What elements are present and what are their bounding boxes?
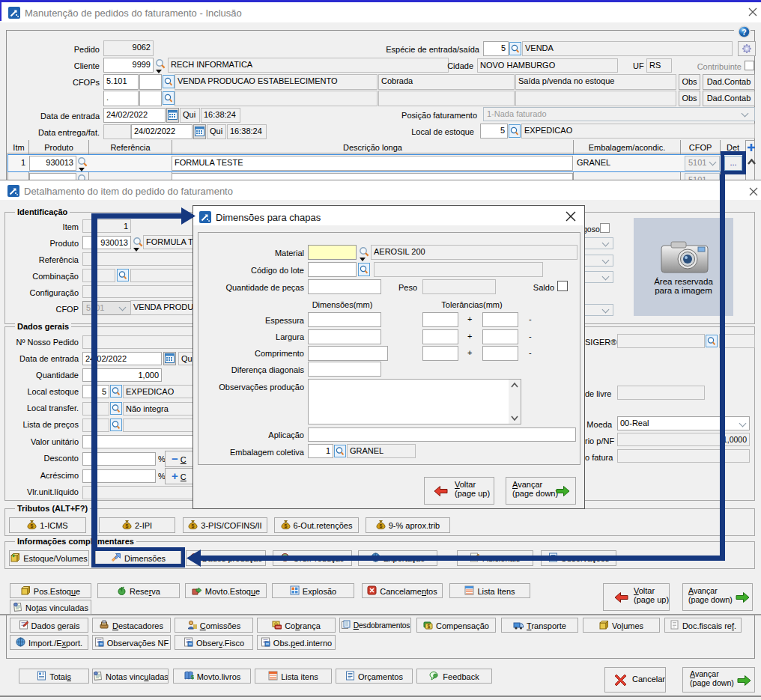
svg-text:$: $ — [428, 624, 431, 630]
svg-text:$: $ — [31, 523, 34, 529]
svg-text:$: $ — [125, 523, 128, 529]
svg-text:$: $ — [379, 523, 382, 529]
svg-text:?: ? — [742, 28, 746, 37]
svg-text:$: $ — [192, 523, 195, 529]
svg-text:$: $ — [191, 674, 194, 681]
svg-text:$: $ — [284, 523, 287, 529]
